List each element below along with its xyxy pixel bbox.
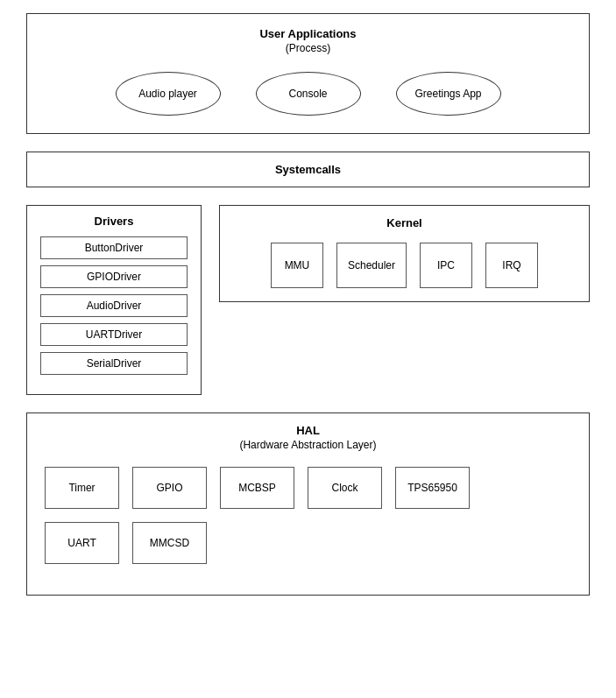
middle-section: Drivers ButtonDriver GPIODriver AudioDri… bbox=[26, 205, 590, 395]
driver-item-4: SerialDriver bbox=[40, 352, 188, 375]
hal-title: HAL bbox=[45, 424, 571, 437]
app-oval-2: Greetings App bbox=[396, 72, 501, 116]
driver-item-2: AudioDriver bbox=[40, 294, 188, 317]
kernel-items: MMU Scheduler IPC IRQ bbox=[233, 243, 576, 288]
user-apps-subtitle: (Process) bbox=[45, 42, 571, 54]
hal-container: HAL (Hardware Abstraction Layer) Timer G… bbox=[26, 412, 590, 596]
hal-item-clock: Clock bbox=[308, 467, 382, 509]
hal-item-timer: Timer bbox=[45, 467, 119, 509]
systemcalls-label: Systemcalls bbox=[275, 163, 341, 176]
hal-item-tps: TPS65950 bbox=[395, 467, 470, 509]
systemcalls-container: Systemcalls bbox=[26, 152, 590, 187]
hal-row-1: Timer GPIO MCBSP Clock TPS65950 bbox=[45, 467, 571, 509]
kernel-item-3: IRQ bbox=[485, 243, 538, 288]
app-oval-1: Console bbox=[256, 72, 361, 116]
hal-item-mmcsd: MMCSD bbox=[132, 522, 207, 564]
app-oval-0: Audio player bbox=[116, 72, 221, 116]
hal-item-uart: UART bbox=[45, 522, 119, 564]
user-apps-ovals: Audio player Console Greetings App bbox=[45, 72, 571, 116]
kernel-title: Kernel bbox=[233, 216, 576, 229]
hal-row-2: UART MMCSD bbox=[45, 522, 571, 564]
user-apps-title: User Applications bbox=[45, 27, 571, 40]
driver-item-0: ButtonDriver bbox=[40, 236, 188, 259]
hal-item-gpio: GPIO bbox=[132, 467, 207, 509]
kernel-item-1: Scheduler bbox=[336, 243, 407, 288]
driver-item-1: GPIODriver bbox=[40, 265, 188, 288]
drivers-container: Drivers ButtonDriver GPIODriver AudioDri… bbox=[26, 205, 202, 395]
kernel-container: Kernel MMU Scheduler IPC IRQ bbox=[219, 205, 590, 302]
driver-item-3: UARTDriver bbox=[40, 323, 188, 346]
kernel-item-2: IPC bbox=[420, 243, 472, 288]
drivers-title: Drivers bbox=[40, 215, 188, 228]
hal-item-mcbsp: MCBSP bbox=[220, 467, 294, 509]
kernel-item-0: MMU bbox=[271, 243, 323, 288]
user-apps-container: User Applications (Process) Audio player… bbox=[26, 13, 590, 134]
hal-subtitle: (Hardware Abstraction Layer) bbox=[45, 439, 571, 451]
